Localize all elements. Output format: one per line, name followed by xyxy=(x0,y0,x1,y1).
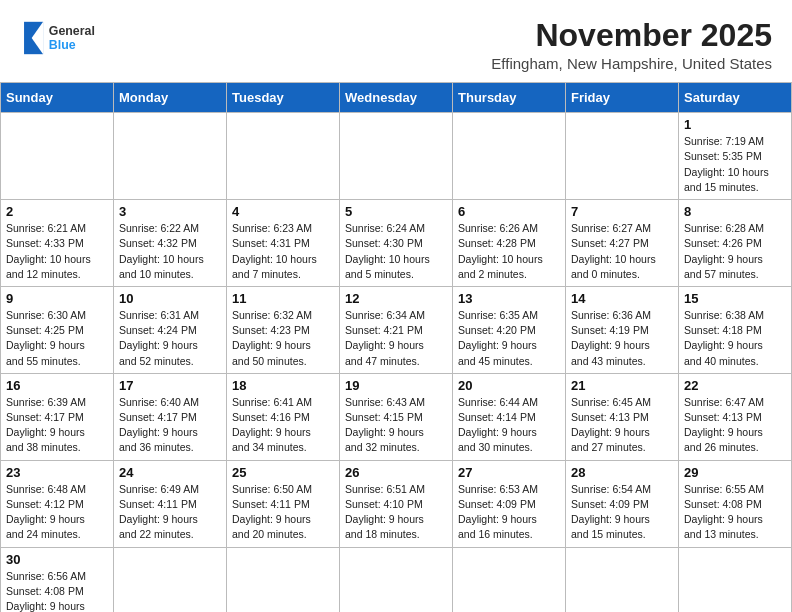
day-info: Sunrise: 6:38 AMSunset: 4:18 PMDaylight:… xyxy=(684,308,786,369)
day-number: 28 xyxy=(571,465,673,480)
day-info: Sunrise: 6:53 AMSunset: 4:09 PMDaylight:… xyxy=(458,482,560,543)
day-info: Sunrise: 6:50 AMSunset: 4:11 PMDaylight:… xyxy=(232,482,334,543)
day-number: 20 xyxy=(458,378,560,393)
day-number: 22 xyxy=(684,378,786,393)
calendar-cell: 4Sunrise: 6:23 AMSunset: 4:31 PMDaylight… xyxy=(227,200,340,287)
day-info: Sunrise: 6:51 AMSunset: 4:10 PMDaylight:… xyxy=(345,482,447,543)
calendar-cell: 21Sunrise: 6:45 AMSunset: 4:13 PMDayligh… xyxy=(566,373,679,460)
day-number: 14 xyxy=(571,291,673,306)
calendar-cell xyxy=(679,547,792,612)
logo-svg: General Blue xyxy=(20,18,110,58)
calendar-cell xyxy=(227,113,340,200)
calendar-cell xyxy=(453,113,566,200)
calendar-cell: 14Sunrise: 6:36 AMSunset: 4:19 PMDayligh… xyxy=(566,286,679,373)
day-number: 2 xyxy=(6,204,108,219)
day-info: Sunrise: 7:19 AMSunset: 5:35 PMDaylight:… xyxy=(684,134,786,195)
calendar-cell xyxy=(114,113,227,200)
calendar-cell: 24Sunrise: 6:49 AMSunset: 4:11 PMDayligh… xyxy=(114,460,227,547)
day-info: Sunrise: 6:39 AMSunset: 4:17 PMDaylight:… xyxy=(6,395,108,456)
day-number: 30 xyxy=(6,552,108,567)
day-number: 27 xyxy=(458,465,560,480)
day-info: Sunrise: 6:40 AMSunset: 4:17 PMDaylight:… xyxy=(119,395,221,456)
calendar-cell xyxy=(566,547,679,612)
calendar-cell: 10Sunrise: 6:31 AMSunset: 4:24 PMDayligh… xyxy=(114,286,227,373)
svg-text:Blue: Blue xyxy=(49,38,76,52)
day-info: Sunrise: 6:55 AMSunset: 4:08 PMDaylight:… xyxy=(684,482,786,543)
day-number: 11 xyxy=(232,291,334,306)
calendar-cell: 13Sunrise: 6:35 AMSunset: 4:20 PMDayligh… xyxy=(453,286,566,373)
day-info: Sunrise: 6:27 AMSunset: 4:27 PMDaylight:… xyxy=(571,221,673,282)
day-info: Sunrise: 6:30 AMSunset: 4:25 PMDaylight:… xyxy=(6,308,108,369)
calendar-cell xyxy=(340,113,453,200)
calendar-cell: 27Sunrise: 6:53 AMSunset: 4:09 PMDayligh… xyxy=(453,460,566,547)
calendar-week-row: 1Sunrise: 7:19 AMSunset: 5:35 PMDaylight… xyxy=(1,113,792,200)
calendar-cell: 1Sunrise: 7:19 AMSunset: 5:35 PMDaylight… xyxy=(679,113,792,200)
svg-text:General: General xyxy=(49,24,95,38)
day-number: 23 xyxy=(6,465,108,480)
day-info: Sunrise: 6:31 AMSunset: 4:24 PMDaylight:… xyxy=(119,308,221,369)
calendar-cell: 9Sunrise: 6:30 AMSunset: 4:25 PMDaylight… xyxy=(1,286,114,373)
calendar-cell: 7Sunrise: 6:27 AMSunset: 4:27 PMDaylight… xyxy=(566,200,679,287)
day-number: 1 xyxy=(684,117,786,132)
day-info: Sunrise: 6:32 AMSunset: 4:23 PMDaylight:… xyxy=(232,308,334,369)
day-number: 26 xyxy=(345,465,447,480)
calendar-cell: 20Sunrise: 6:44 AMSunset: 4:14 PMDayligh… xyxy=(453,373,566,460)
day-number: 29 xyxy=(684,465,786,480)
calendar-cell xyxy=(566,113,679,200)
day-info: Sunrise: 6:44 AMSunset: 4:14 PMDaylight:… xyxy=(458,395,560,456)
calendar-cell: 8Sunrise: 6:28 AMSunset: 4:26 PMDaylight… xyxy=(679,200,792,287)
day-info: Sunrise: 6:49 AMSunset: 4:11 PMDaylight:… xyxy=(119,482,221,543)
day-header-wednesday: Wednesday xyxy=(340,83,453,113)
calendar-cell: 11Sunrise: 6:32 AMSunset: 4:23 PMDayligh… xyxy=(227,286,340,373)
calendar-cell: 26Sunrise: 6:51 AMSunset: 4:10 PMDayligh… xyxy=(340,460,453,547)
calendar-cell: 3Sunrise: 6:22 AMSunset: 4:32 PMDaylight… xyxy=(114,200,227,287)
day-header-sunday: Sunday xyxy=(1,83,114,113)
day-number: 5 xyxy=(345,204,447,219)
title-area: November 2025 Effingham, New Hampshire, … xyxy=(491,18,772,72)
calendar-week-row: 9Sunrise: 6:30 AMSunset: 4:25 PMDaylight… xyxy=(1,286,792,373)
day-info: Sunrise: 6:48 AMSunset: 4:12 PMDaylight:… xyxy=(6,482,108,543)
calendar-cell xyxy=(340,547,453,612)
calendar-cell: 30Sunrise: 6:56 AMSunset: 4:08 PMDayligh… xyxy=(1,547,114,612)
day-info: Sunrise: 6:43 AMSunset: 4:15 PMDaylight:… xyxy=(345,395,447,456)
calendar-cell: 17Sunrise: 6:40 AMSunset: 4:17 PMDayligh… xyxy=(114,373,227,460)
calendar-cell: 28Sunrise: 6:54 AMSunset: 4:09 PMDayligh… xyxy=(566,460,679,547)
calendar-week-row: 30Sunrise: 6:56 AMSunset: 4:08 PMDayligh… xyxy=(1,547,792,612)
calendar-week-row: 2Sunrise: 6:21 AMSunset: 4:33 PMDaylight… xyxy=(1,200,792,287)
calendar-week-row: 23Sunrise: 6:48 AMSunset: 4:12 PMDayligh… xyxy=(1,460,792,547)
calendar-cell: 25Sunrise: 6:50 AMSunset: 4:11 PMDayligh… xyxy=(227,460,340,547)
day-number: 18 xyxy=(232,378,334,393)
day-number: 21 xyxy=(571,378,673,393)
calendar-cell: 12Sunrise: 6:34 AMSunset: 4:21 PMDayligh… xyxy=(340,286,453,373)
day-number: 24 xyxy=(119,465,221,480)
day-number: 16 xyxy=(6,378,108,393)
day-info: Sunrise: 6:45 AMSunset: 4:13 PMDaylight:… xyxy=(571,395,673,456)
day-info: Sunrise: 6:23 AMSunset: 4:31 PMDaylight:… xyxy=(232,221,334,282)
day-info: Sunrise: 6:22 AMSunset: 4:32 PMDaylight:… xyxy=(119,221,221,282)
day-info: Sunrise: 6:54 AMSunset: 4:09 PMDaylight:… xyxy=(571,482,673,543)
calendar-cell: 19Sunrise: 6:43 AMSunset: 4:15 PMDayligh… xyxy=(340,373,453,460)
day-header-saturday: Saturday xyxy=(679,83,792,113)
calendar-cell: 2Sunrise: 6:21 AMSunset: 4:33 PMDaylight… xyxy=(1,200,114,287)
day-header-friday: Friday xyxy=(566,83,679,113)
day-header-thursday: Thursday xyxy=(453,83,566,113)
page-header: General Blue November 2025 Effingham, Ne… xyxy=(0,0,792,82)
day-number: 13 xyxy=(458,291,560,306)
calendar-cell: 16Sunrise: 6:39 AMSunset: 4:17 PMDayligh… xyxy=(1,373,114,460)
location-title: Effingham, New Hampshire, United States xyxy=(491,55,772,72)
day-number: 15 xyxy=(684,291,786,306)
day-number: 17 xyxy=(119,378,221,393)
calendar-cell: 22Sunrise: 6:47 AMSunset: 4:13 PMDayligh… xyxy=(679,373,792,460)
month-title: November 2025 xyxy=(491,18,772,53)
day-number: 19 xyxy=(345,378,447,393)
day-info: Sunrise: 6:35 AMSunset: 4:20 PMDaylight:… xyxy=(458,308,560,369)
day-info: Sunrise: 6:28 AMSunset: 4:26 PMDaylight:… xyxy=(684,221,786,282)
calendar-cell xyxy=(227,547,340,612)
calendar-cell: 29Sunrise: 6:55 AMSunset: 4:08 PMDayligh… xyxy=(679,460,792,547)
day-number: 3 xyxy=(119,204,221,219)
day-info: Sunrise: 6:36 AMSunset: 4:19 PMDaylight:… xyxy=(571,308,673,369)
day-number: 8 xyxy=(684,204,786,219)
day-number: 7 xyxy=(571,204,673,219)
day-number: 4 xyxy=(232,204,334,219)
day-number: 12 xyxy=(345,291,447,306)
